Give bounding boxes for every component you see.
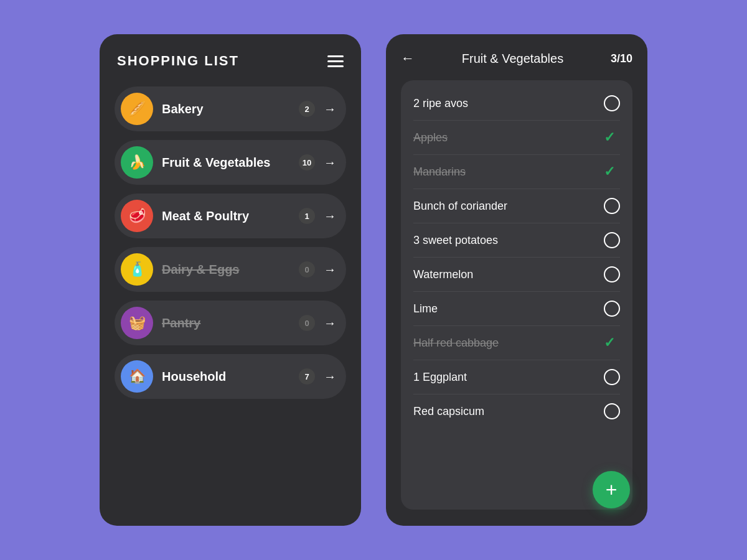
- empty-circle: [604, 266, 620, 282]
- category-badge: 7: [299, 368, 315, 385]
- shopping-list-item[interactable]: Red capsicum: [413, 394, 620, 428]
- category-name: Fruit & Vegetables: [162, 156, 299, 170]
- arrow-right-icon: →: [324, 102, 336, 116]
- checkbox-unchecked-icon[interactable]: [604, 232, 620, 248]
- category-list: 🥖Bakery2→🍌Fruit & Vegetables10→🥩Meat & P…: [115, 86, 346, 399]
- shopping-list-item[interactable]: Apples✓: [413, 121, 620, 155]
- category-name: Household: [162, 370, 299, 384]
- hamburger-line-3: [327, 65, 344, 67]
- item-name: 2 ripe avos: [413, 97, 468, 110]
- checkbox-checked-icon[interactable]: ✓: [604, 335, 620, 351]
- meat-icon: 🥩: [121, 200, 153, 232]
- dairy-icon: 🧴: [121, 253, 153, 286]
- bakery-icon: 🥖: [121, 93, 153, 125]
- category-name: Bakery: [162, 102, 299, 116]
- hamburger-line-1: [327, 55, 344, 57]
- item-name: Watermelon: [413, 268, 473, 281]
- category-name: Pantry: [162, 316, 299, 330]
- category-item-meat--poultry[interactable]: 🥩Meat & Poultry1→: [115, 194, 346, 238]
- shopping-list-item[interactable]: Bunch of coriander: [413, 189, 620, 223]
- category-badge: 2: [299, 101, 315, 117]
- category-badge: 10: [299, 154, 315, 170]
- empty-circle: [604, 403, 620, 419]
- category-item-pantry[interactable]: 🧺Pantry0→: [115, 301, 346, 345]
- checkmark-icon: ✓: [604, 164, 615, 179]
- add-item-button[interactable]: +: [593, 471, 630, 508]
- shopping-list-item[interactable]: 2 ripe avos: [413, 86, 620, 121]
- checkmark-icon: ✓: [604, 335, 615, 350]
- checkbox-unchecked-icon[interactable]: [604, 369, 620, 385]
- shopping-list-item[interactable]: 3 sweet potatoes: [413, 223, 620, 258]
- shopping-list-item[interactable]: Watermelon: [413, 258, 620, 292]
- arrow-right-icon: →: [324, 370, 336, 384]
- item-name: Half red cabbage: [413, 337, 499, 350]
- item-name: 3 sweet potatoes: [413, 234, 498, 247]
- arrow-right-icon: →: [324, 156, 336, 170]
- category-item-fruit--vegetables[interactable]: 🍌Fruit & Vegetables10→: [115, 140, 346, 185]
- item-name: Apples: [413, 131, 448, 144]
- hamburger-line-2: [327, 60, 344, 62]
- household-icon: 🏠: [121, 360, 153, 393]
- shopping-list-title: SHOPPING LIST: [117, 53, 239, 69]
- category-item-household[interactable]: 🏠Household7→: [115, 354, 346, 399]
- left-header: SHOPPING LIST: [115, 53, 346, 69]
- arrow-right-icon: →: [324, 209, 336, 223]
- item-name: Lime: [413, 302, 438, 315]
- item-name: Mandarins: [413, 166, 466, 179]
- category-name: Dairy & Eggs: [162, 263, 299, 277]
- empty-circle: [604, 369, 620, 385]
- shopping-list-item[interactable]: Mandarins✓: [413, 155, 620, 189]
- category-badge: 0: [299, 315, 315, 331]
- arrow-right-icon: →: [324, 316, 336, 330]
- shopping-list-item[interactable]: Half red cabbage✓: [413, 326, 620, 360]
- detail-header: ← Fruit & Vegetables 3/10: [401, 50, 632, 67]
- checkbox-checked-icon[interactable]: ✓: [604, 129, 620, 146]
- checkbox-unchecked-icon[interactable]: [604, 266, 620, 282]
- empty-circle: [604, 95, 620, 111]
- shopping-list-panel: SHOPPING LIST 🥖Bakery2→🍌Fruit & Vegetabl…: [100, 34, 361, 526]
- back-button[interactable]: ←: [401, 50, 415, 67]
- checkbox-unchecked-icon[interactable]: [604, 95, 620, 111]
- empty-circle: [604, 232, 620, 248]
- checkbox-checked-icon[interactable]: ✓: [604, 164, 620, 180]
- item-name: 1 Eggplant: [413, 371, 467, 384]
- detail-panel: ← Fruit & Vegetables 3/10 2 ripe avosApp…: [386, 34, 647, 526]
- checkbox-unchecked-icon[interactable]: [604, 301, 620, 317]
- fruit-icon: 🍌: [121, 146, 153, 179]
- arrow-right-icon: →: [324, 263, 336, 277]
- category-badge: 0: [299, 261, 315, 278]
- category-item-bakery[interactable]: 🥖Bakery2→: [115, 86, 346, 131]
- checkbox-unchecked-icon[interactable]: [604, 403, 620, 419]
- checkmark-icon: ✓: [604, 129, 615, 145]
- shopping-list-item[interactable]: 1 Eggplant: [413, 360, 620, 394]
- empty-circle: [604, 301, 620, 317]
- checkbox-unchecked-icon[interactable]: [604, 198, 620, 214]
- empty-circle: [604, 198, 620, 214]
- category-badge: 1: [299, 208, 315, 224]
- menu-button[interactable]: [327, 55, 344, 67]
- item-name: Bunch of coriander: [413, 200, 507, 213]
- pantry-icon: 🧺: [121, 307, 153, 339]
- item-name: Red capsicum: [413, 405, 484, 418]
- progress-indicator: 3/10: [611, 52, 632, 65]
- detail-title: Fruit & Vegetables: [462, 52, 563, 66]
- category-item-dairy--eggs[interactable]: 🧴Dairy & Eggs0→: [115, 247, 346, 292]
- items-container: 2 ripe avosApples✓Mandarins✓Bunch of cor…: [401, 80, 632, 510]
- category-name: Meat & Poultry: [162, 209, 299, 223]
- shopping-list-item[interactable]: Lime: [413, 292, 620, 326]
